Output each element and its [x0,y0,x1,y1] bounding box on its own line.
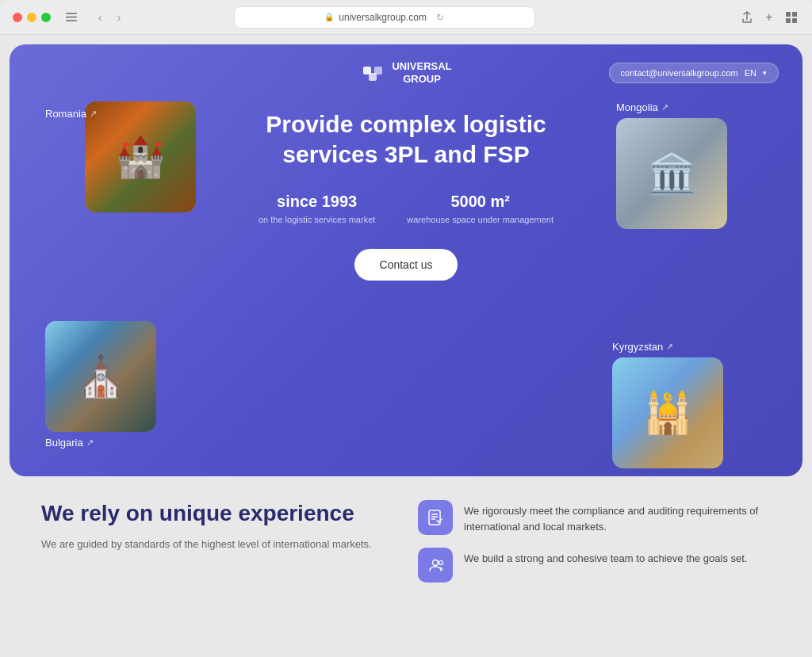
feature-item-compliance: We rigorously meet the compliance and au… [418,500,771,535]
svg-point-14 [433,560,439,566]
kyrgyzstan-text: Kyrgyzstan [612,341,663,353]
mongolia-label[interactable]: Mongolia ↗ [616,101,759,113]
bottom-grid: We rely on unique experience We are guid… [41,500,771,583]
hero-section: UNIVERSAL GROUP contact@universalkgroup.… [10,44,802,476]
stat-area: 5000 m² warehouse space under management [407,193,553,225]
site-header: UNIVERSAL GROUP contact@universalkgroup.… [10,44,802,101]
mongolia-photo [616,118,727,229]
romania-container: Romania ↗ [45,101,97,113]
header-contact-badge[interactable]: contact@universalkgroup.com EN ▾ [609,63,779,83]
bottom-section: We rely on unique experience We are guid… [10,476,802,606]
refresh-icon[interactable]: ↻ [436,12,444,23]
logo-icon [360,60,385,86]
kyrgyzstan-photo [612,357,723,468]
bottom-left-content: We rely on unique experience We are guid… [41,500,394,552]
new-tab-button[interactable]: + [761,10,777,25]
back-button[interactable]: ‹ [92,10,108,25]
mongolia-container: Mongolia ↗ [616,101,759,229]
svg-point-15 [439,561,443,565]
bulgaria-photo [45,321,156,432]
feature-team-text: We build a strong and cohesive team to a… [464,548,747,567]
url-text: universalkgroup.com [339,12,427,23]
lock-icon: 🔒 [324,13,334,21]
stat-area-label: warehouse space under management [407,214,553,225]
mongolia-arrow-icon: ↗ [661,102,668,113]
hero-main-area: Romania ↗ Mongolia ↗ Provide c [10,101,802,476]
logo[interactable]: UNIVERSAL GROUP [360,60,451,86]
mongolia-image[interactable] [616,118,727,229]
svg-rect-4 [792,12,797,17]
svg-rect-9 [369,73,377,81]
address-bar[interactable]: 🔒 universalkgroup.com ↻ [234,6,535,29]
bottom-right-content: We rigorously meet the compliance and au… [418,500,771,583]
traffic-lights [13,13,51,22]
logo-text: UNIVERSAL GROUP [392,60,451,85]
stat-since: since 1993 on the logistic services mark… [259,193,375,225]
page-content: UNIVERSAL GROUP contact@universalkgroup.… [0,35,812,657]
kyrgyzstan-image[interactable] [612,357,723,468]
feature-compliance-text: We rigorously meet the compliance and au… [464,500,771,534]
sidebar-toggle[interactable] [60,10,82,25]
kyrgyzstan-container: Kyrgyzstan ↗ [612,341,779,468]
forward-button[interactable]: › [111,10,127,25]
stat-since-value: since 1993 [259,193,375,211]
romania-image[interactable] [85,101,196,212]
bottom-desc: We are guided by standards of the highes… [41,537,394,552]
svg-rect-0 [66,13,77,14]
bulgaria-container: Bulgaria ↗ [45,321,156,449]
compliance-icon [418,500,453,535]
team-icon [418,548,453,583]
svg-rect-3 [786,12,791,17]
bulgaria-image[interactable] [45,321,156,432]
chevron-down-icon: ▾ [763,69,767,77]
hero-title: Provide complex logistic services 3PL an… [255,109,557,169]
close-button[interactable] [13,13,22,22]
romania-photo [85,101,196,212]
browser-action-buttons: + [739,10,799,25]
stat-since-label: on the logistic services market [259,214,375,225]
romania-text: Romania [45,108,86,120]
browser-titlebar: ‹ › 🔒 universalkgroup.com ↻ + [0,0,812,35]
kyrgyzstan-arrow-icon: ↗ [666,342,673,352]
svg-rect-2 [66,20,77,21]
hero-stats: since 1993 on the logistic services mark… [255,193,557,225]
maximize-button[interactable] [41,13,51,22]
bottom-title: We rely on unique experience [41,500,394,527]
header-email: contact@universalkgroup.com [621,68,738,78]
bulgaria-arrow-icon: ↗ [86,437,94,448]
bulgaria-label[interactable]: Bulgaria ↗ [45,437,156,449]
svg-rect-6 [792,18,797,23]
kyrgyzstan-label[interactable]: Kyrgyzstan ↗ [612,341,779,353]
browser-navigation: ‹ › [92,10,127,25]
feature-item-team: We build a strong and cohesive team to a… [418,548,771,583]
svg-rect-5 [786,18,791,23]
grid-button[interactable] [783,10,799,25]
hero-center-content: Provide complex logistic services 3PL an… [255,109,557,281]
bulgaria-text: Bulgaria [45,437,83,449]
romania-label[interactable]: Romania ↗ [45,108,97,120]
share-button[interactable] [739,10,755,25]
header-lang: EN [745,68,756,78]
romania-arrow-icon: ↗ [90,109,97,119]
mongolia-text: Mongolia [616,101,658,113]
contact-us-button[interactable]: Contact us [354,249,458,281]
minimize-button[interactable] [27,13,36,22]
browser-window: ‹ › 🔒 universalkgroup.com ↻ + [0,0,812,657]
stat-area-value: 5000 m² [407,193,553,211]
svg-rect-1 [66,17,77,18]
